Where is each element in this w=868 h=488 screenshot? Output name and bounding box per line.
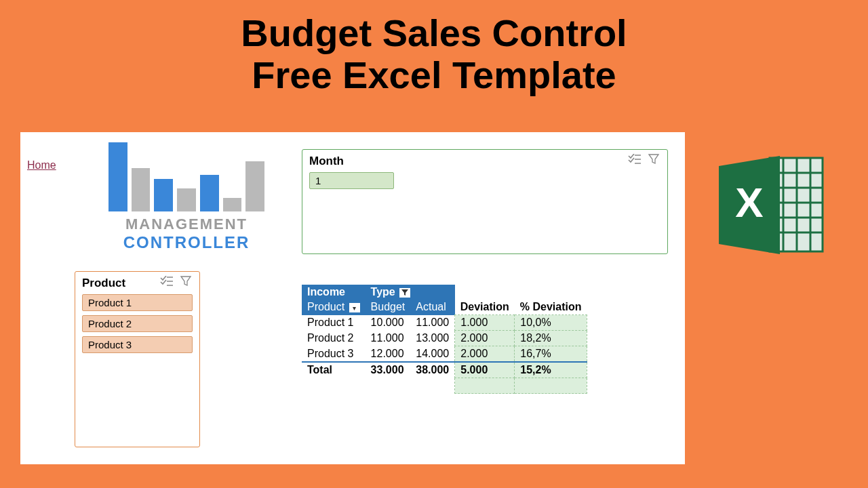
table-row[interactable]: Product 3 12.000 14.000 2.000 16,7% xyxy=(302,346,587,363)
title-line-2: Free Excel Template xyxy=(0,54,868,96)
slicer-month[interactable]: Month 1 xyxy=(302,149,668,254)
filter-icon[interactable] xyxy=(399,288,410,298)
page-title: Budget Sales Control Free Excel Template xyxy=(0,0,868,96)
logo-text-2: CONTROLLER xyxy=(108,233,264,252)
slicer-item-month-1[interactable]: 1 xyxy=(309,172,394,189)
pivot-pct-deviation-header: % Deviation xyxy=(515,300,587,315)
slicer-title: Month xyxy=(309,155,344,168)
pivot-actual-header: Actual xyxy=(410,300,454,315)
slicer-item-product-1[interactable]: Product 1 xyxy=(82,294,193,311)
pivot-income-label: Income xyxy=(302,285,366,300)
title-line-1: Budget Sales Control xyxy=(0,12,868,54)
slicer-items: Product 1 Product 2 Product 3 xyxy=(75,291,199,360)
pivot-header-row-1: Income Type xyxy=(302,285,587,300)
logo-bar xyxy=(132,168,151,211)
table-row-total[interactable]: Total 33.000 38.000 5.000 15,2% xyxy=(302,362,587,378)
table-row-empty xyxy=(302,378,587,394)
logo-bar-chart xyxy=(108,142,264,211)
logo-bar xyxy=(154,179,173,211)
logo-bar xyxy=(200,175,219,211)
logo-bar xyxy=(108,142,127,211)
logo-text-1: MANAGEMENT xyxy=(108,216,264,233)
pivot-header-row-2: Product ▾ Budget Actual Deviation % Devi… xyxy=(302,300,587,315)
pivot-deviation-header: Deviation xyxy=(455,300,515,315)
logo-area: MANAGEMENT CONTROLLER xyxy=(108,142,264,252)
pivot-budget-header: Budget xyxy=(366,300,411,315)
slicer-item-product-2[interactable]: Product 2 xyxy=(82,315,193,332)
slicer-header: Month xyxy=(302,150,667,169)
excel-icon: X xyxy=(715,152,831,258)
multi-select-icon[interactable] xyxy=(628,154,642,168)
clear-filter-icon[interactable] xyxy=(180,276,193,290)
pivot-type-label[interactable]: Type xyxy=(366,285,455,300)
multi-select-icon[interactable] xyxy=(160,276,174,290)
pivot-table[interactable]: Income Type Product ▾ Budget Actual Devi… xyxy=(302,285,587,394)
slicer-header: Product xyxy=(75,272,199,291)
slicer-product[interactable]: Product Product 1 Product 2 Product 3 xyxy=(75,271,200,447)
slicer-title: Product xyxy=(82,277,125,290)
logo-bar xyxy=(223,198,242,211)
svg-text:X: X xyxy=(735,179,763,226)
slicer-items: 1 xyxy=(302,169,667,196)
table-row[interactable]: Product 2 11.000 13.000 2.000 18,2% xyxy=(302,331,587,346)
dropdown-icon[interactable]: ▾ xyxy=(349,303,360,312)
logo-bar xyxy=(245,161,264,211)
home-link[interactable]: Home xyxy=(27,159,56,171)
table-row[interactable]: Product 1 10.000 11.000 1.000 10,0% xyxy=(302,315,587,331)
slicer-item-product-3[interactable]: Product 3 xyxy=(82,336,193,353)
pivot-product-header[interactable]: Product ▾ xyxy=(302,300,366,315)
logo-bar xyxy=(177,188,196,211)
clear-filter-icon[interactable] xyxy=(648,154,660,168)
